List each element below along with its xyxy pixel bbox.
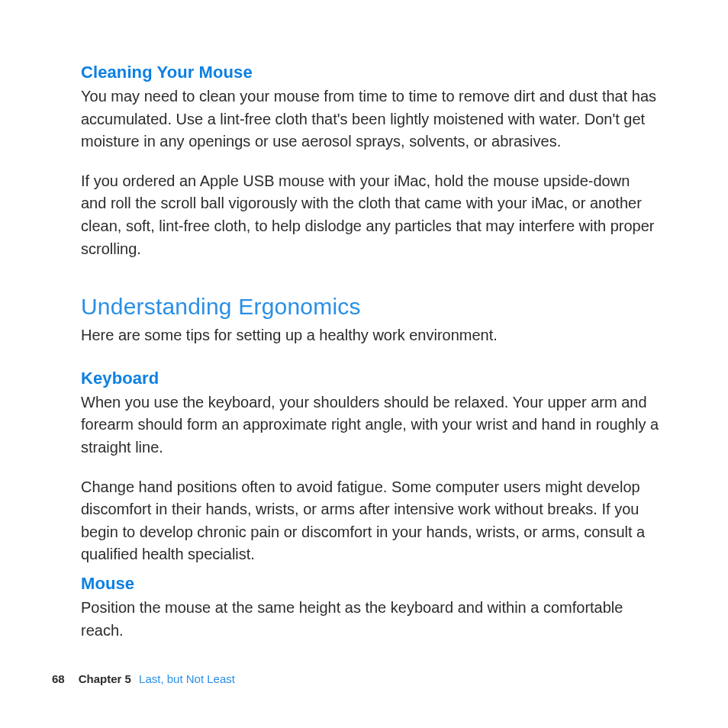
paragraph-text: When you use the keyboard, your shoulder… (81, 391, 659, 459)
paragraph-text: Change hand positions often to avoid fat… (81, 476, 659, 566)
page-number: 68 (52, 672, 65, 685)
chapter-title: Last, but Not Least (139, 672, 235, 685)
section-cleaning-mouse: Cleaning Your Mouse You may need to clea… (81, 63, 659, 260)
heading-understanding-ergonomics: Understanding Ergonomics (81, 294, 659, 320)
paragraph-text: You may need to clean your mouse from ti… (81, 85, 659, 153)
section-mouse: Mouse Position the mouse at the same hei… (81, 574, 659, 642)
page-footer: 68 Chapter 5 Last, but Not Least (52, 672, 235, 685)
section-keyboard: Keyboard When you use the keyboard, your… (81, 369, 659, 566)
heading-cleaning-mouse: Cleaning Your Mouse (81, 63, 659, 82)
document-page: Cleaning Your Mouse You may need to clea… (0, 0, 728, 728)
paragraph-text: Here are some tips for setting up a heal… (81, 324, 659, 347)
heading-mouse: Mouse (81, 574, 659, 594)
footer-chapter: Chapter 5 Last, but Not Least (79, 672, 235, 685)
heading-keyboard: Keyboard (81, 369, 659, 388)
paragraph-text: Position the mouse at the same height as… (81, 597, 659, 642)
chapter-label: Chapter 5 (79, 672, 131, 685)
paragraph-text: If you ordered an Apple USB mouse with y… (81, 170, 659, 260)
